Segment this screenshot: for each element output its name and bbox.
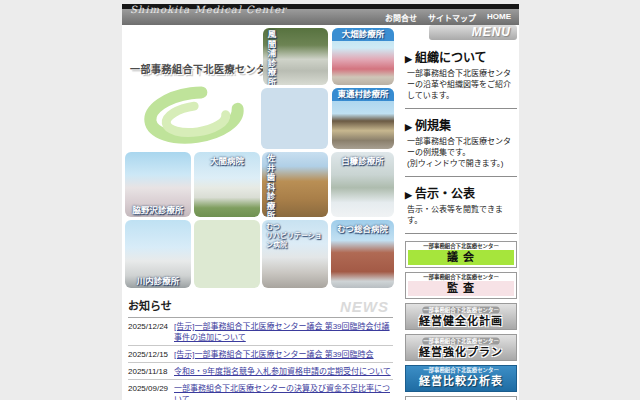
header-links: お問合せ サイトマップ HOME	[385, 12, 511, 23]
banner-management-strengthening-plan[interactable]: 一部事務組合下北医療センター 経営強化プラン	[405, 334, 517, 361]
facility-label: 大畑診療所	[332, 28, 394, 41]
facility-tile-ohata[interactable]: 大畑診療所	[332, 28, 394, 85]
news-watermark: NEWS	[340, 300, 389, 314]
menu-button[interactable]: MENU	[429, 25, 517, 40]
nav-item-regulations[interactable]: ▶例規集	[405, 116, 517, 133]
facility-tile-mutsu-general[interactable]: むつ総合病院	[331, 220, 394, 288]
facility-tile-kazamaura[interactable]: 風間浦診療所	[263, 28, 328, 85]
nav-item-notices[interactable]: ▶告示・公表	[405, 184, 517, 201]
facility-label: 白糠診療所	[331, 154, 394, 166]
banner-org: 一部事務組合下北医療センター	[422, 337, 499, 344]
placeholder-tile-green	[194, 220, 260, 288]
divider	[405, 108, 517, 109]
home-link[interactable]: HOME	[487, 12, 511, 23]
nav-desc: 一部事務組合下北医療センターの例規集です。 (別ウィンドウで開きます。)	[407, 136, 517, 169]
news-row: 2025/12/24 [告示]一部事務組合下北医療センター議会 第39回臨時会付…	[128, 318, 393, 346]
facility-label: 大間病院	[194, 154, 260, 166]
banner-org: 一部事務組合下北医療センター	[412, 366, 511, 373]
main-content: 一部事務組合下北医療センター 風間浦診療所 大畑診療所 東通村診療所 脇野沢診療…	[122, 25, 519, 400]
news-date: 2025/12/24	[128, 321, 174, 332]
nav-item-organization[interactable]: ▶組織について	[405, 48, 517, 65]
facility-tile-wakinosawa[interactable]: 脇野沢診療所	[125, 152, 191, 217]
banner-label: 経営健全化計画	[406, 314, 516, 329]
org-name-logo: 一部事務組合下北医療センター	[130, 61, 280, 76]
banner-audit[interactable]: 一部事務組合下北医療センター 監 査	[405, 272, 517, 299]
banner-label: 経営強化プラン	[406, 345, 516, 360]
medical-center-logo-icon	[136, 81, 256, 149]
banner-list: 一部事務組合下北医療センター 議 会 一部事務組合下北医療センター 監 査 一部…	[405, 241, 517, 400]
placeholder-tile-blue	[261, 88, 328, 149]
divider	[405, 176, 517, 177]
site-script-title: Shimokita Medical Center	[130, 4, 287, 15]
news-section: お知らせ NEWS 2025/12/24 [告示]一部事務組合下北医療センター議…	[128, 299, 393, 400]
news-link[interactable]: 一部事務組合下北医療センターの決算及び資金不足比率について	[174, 383, 393, 400]
facility-label: 風間浦診療所	[265, 30, 277, 85]
banner-label: 経営比較分析表	[406, 374, 516, 389]
nav-desc: 一部事務組合下北医療センターの沿革や組織図等をご紹介しています。	[407, 68, 517, 101]
banner-label: 監 査	[408, 281, 514, 296]
facility-tile-kawauchi[interactable]: 川内診療所	[125, 220, 191, 288]
facility-label: 脇野沢診療所	[125, 203, 191, 215]
facility-label: 東通村診療所	[332, 88, 394, 101]
facility-tile-higashidori[interactable]: 東通村診療所	[332, 88, 394, 149]
facility-tile-oma[interactable]: 大間病院	[194, 152, 260, 217]
facility-label: むつリハビリテーション病院	[266, 222, 326, 249]
facility-label: むつ総合病院	[331, 222, 394, 234]
facility-tile-sai[interactable]: 佐井歯科診療所	[262, 152, 328, 217]
page: Shimokita Medical Center お問合せ サイトマップ HOM…	[0, 0, 640, 400]
news-heading: お知らせ NEWS	[128, 299, 393, 318]
banner-management-comparison[interactable]: 一部事務組合下北医療センター 経営比較分析表	[405, 365, 517, 392]
sitemap-link[interactable]: サイトマップ	[428, 12, 476, 23]
play-triangle-icon: ▶	[405, 54, 412, 64]
banner-org: 一部事務組合下北医療センター	[422, 306, 499, 313]
banner-management-soundness-plan[interactable]: 一部事務組合下北医療センター 経営健全化計画	[405, 303, 517, 330]
news-date: 2025/11/18	[128, 366, 174, 377]
banner-assembly[interactable]: 一部事務組合下北医療センター 議 会	[405, 241, 517, 268]
play-triangle-icon: ▶	[405, 190, 412, 200]
news-row: 2025/11/18 令和8・9年度指名競争入札参加資格申請の定期受付について	[128, 363, 393, 380]
news-row: 2025/12/15 [告示]一部事務組合下北医療センター議会 第39回臨時会	[128, 346, 393, 363]
banner-org: 一部事務組合下北医療センター	[412, 242, 511, 249]
facility-label: 川内診療所	[125, 274, 191, 286]
facility-tile-shiranuka[interactable]: 白糠診療所	[331, 152, 394, 217]
facility-label: 佐井歯科診療所	[264, 154, 276, 217]
banner-label: 議 会	[408, 250, 514, 265]
play-triangle-icon: ▶	[405, 122, 412, 132]
news-link[interactable]: [告示]一部事務組合下北医療センター議会 第39回臨時会付議事件の追加について	[174, 321, 393, 343]
facility-tile-mutsu-rehab[interactable]: むつリハビリテーション病院	[262, 220, 328, 288]
banner-personnel-administration[interactable]: 人事行政運営状況 について	[405, 396, 517, 400]
banner-org: 一部事務組合下北医療センター	[412, 273, 511, 280]
news-date: 2025/12/15	[128, 349, 174, 360]
news-link[interactable]: [告示]一部事務組合下北医療センター議会 第39回臨時会	[174, 349, 374, 360]
news-date: 2025/09/29	[128, 383, 174, 394]
divider	[405, 233, 517, 234]
contact-link[interactable]: お問合せ	[385, 12, 417, 23]
news-row: 2025/09/29 一部事務組合下北医療センターの決算及び資金不足比率について	[128, 380, 393, 400]
news-link[interactable]: 令和8・9年度指名競争入札参加資格申請の定期受付について	[174, 366, 391, 377]
right-column: MENU ▶組織について 一部事務組合下北医療センターの沿革や組織図等をご紹介し…	[405, 25, 517, 400]
site-frame: Shimokita Medical Center お問合せ サイトマップ HOM…	[122, 0, 519, 400]
nav-desc: 告示・公表等を閲覧できます。	[407, 204, 517, 226]
